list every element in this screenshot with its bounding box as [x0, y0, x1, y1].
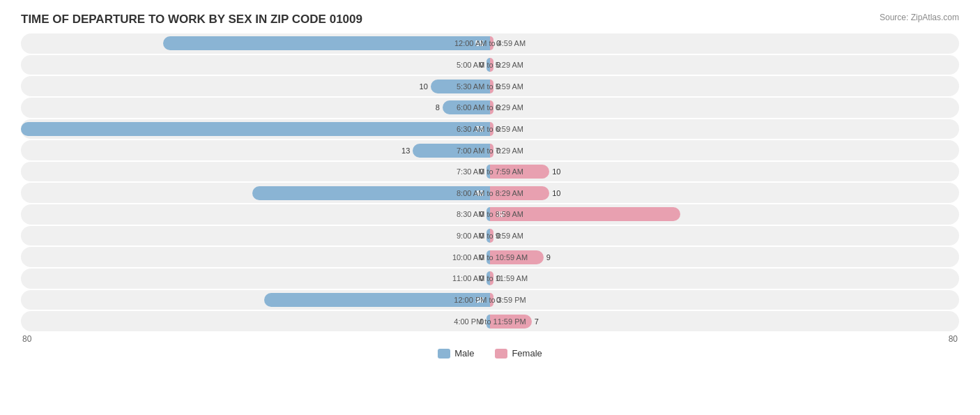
male-value-inside: 40 [475, 189, 487, 197]
male-bar [443, 100, 490, 114]
female-bar [490, 80, 493, 93]
female-bar [490, 122, 493, 136]
female-value-label: 0 [496, 232, 500, 240]
legend-female-box [495, 349, 507, 359]
female-value-label: 0 [496, 125, 500, 133]
female-section: 0 [490, 55, 959, 75]
female-bar [490, 293, 493, 307]
female-section: 10 [490, 162, 959, 182]
female-bar [490, 100, 493, 114]
male-bar [431, 80, 490, 93]
bar-row: 408:00 AM to 8:29 AM10 [21, 183, 959, 203]
female-value-label: 0 [496, 274, 500, 282]
male-bar [413, 144, 490, 158]
male-section: 0 [21, 247, 490, 267]
male-section: 0 [21, 311, 490, 331]
female-value-label: 0 [496, 146, 500, 155]
male-value-label: 0 [480, 274, 484, 282]
male-section: 13 [21, 140, 490, 160]
legend: Male Female [21, 348, 959, 359]
female-value-label: 10 [552, 167, 560, 176]
female-bar [490, 186, 549, 200]
female-section: 0 [490, 98, 959, 118]
male-section: 0 [21, 204, 490, 225]
female-bar: 32 [490, 207, 680, 221]
bar-row: 5512:00 AM to 4:59 AM0 [21, 33, 959, 54]
female-bar [490, 144, 493, 158]
female-section: 0 [490, 119, 959, 139]
female-value-label: 7 [535, 317, 539, 326]
legend-male-box [438, 349, 450, 359]
male-value-label: 0 [480, 232, 484, 240]
bar-row: 105:30 AM to 5:59 AM0 [21, 76, 959, 96]
male-section: 79 [21, 119, 490, 139]
female-section: 0 [490, 290, 959, 310]
female-value-label: 9 [546, 253, 551, 262]
female-section: 32 [490, 204, 959, 225]
male-section: 55 [21, 33, 490, 54]
chart-area: 5512:00 AM to 4:59 AM005:00 AM to 5:29 A… [21, 33, 959, 359]
bar-row: 011:00 AM to 11:59 AM0 [21, 269, 959, 289]
bar-row: 137:00 AM to 7:29 AM0 [21, 140, 959, 160]
bar-row: 3812:00 PM to 3:59 PM0 [21, 290, 959, 310]
female-bar [490, 229, 493, 243]
male-value-label: 13 [401, 146, 410, 155]
female-value-label: 10 [552, 189, 560, 197]
female-section: 0 [490, 76, 959, 96]
male-section: 0 [21, 226, 490, 246]
female-bar [490, 250, 544, 264]
chart-title: TIME OF DEPARTURE TO WORK BY SEX IN ZIP … [21, 13, 959, 27]
male-value-label: 8 [436, 103, 440, 112]
chart-container: TIME OF DEPARTURE TO WORK BY SEX IN ZIP … [0, 0, 980, 415]
male-value-inside: 79 [475, 125, 487, 133]
female-bar [490, 271, 493, 285]
female-section: 0 [490, 140, 959, 160]
male-value-label: 10 [420, 82, 428, 91]
male-value-label: 0 [480, 253, 484, 262]
male-section: 0 [21, 269, 490, 289]
bar-row: 010:00 AM to 10:59 AM9 [21, 247, 959, 267]
male-section: 38 [21, 290, 490, 310]
bar-row: 09:00 AM to 9:59 AM0 [21, 226, 959, 246]
male-value-inside: 38 [475, 296, 487, 304]
bar-row: 08:30 AM to 8:59 AM32 [21, 204, 959, 225]
bar-row: 07:30 AM to 7:59 AM10 [21, 162, 959, 182]
bar-row: 04:00 PM to 11:59 PM7 [21, 311, 959, 331]
legend-male-label: Male [454, 348, 474, 359]
male-section: 8 [21, 98, 490, 118]
male-bar: 55 [163, 36, 490, 50]
female-section: 9 [490, 247, 959, 267]
female-bar [490, 36, 493, 50]
male-bar: 40 [252, 186, 490, 200]
male-section: 10 [21, 76, 490, 96]
rows-container: 5512:00 AM to 4:59 AM005:00 AM to 5:29 A… [21, 33, 959, 331]
axis-labels: 80 80 [21, 334, 959, 344]
female-bar [490, 315, 532, 329]
male-value-inside: 55 [475, 39, 487, 47]
female-bar [490, 58, 493, 72]
female-value-label: 0 [496, 103, 500, 112]
male-value-label: 0 [480, 61, 484, 69]
female-value-label: 0 [496, 39, 500, 47]
female-value-label: 0 [496, 82, 500, 91]
female-section: 0 [490, 269, 959, 289]
legend-female-label: Female [512, 348, 542, 359]
male-value-label: 0 [480, 317, 484, 326]
axis-right: 80 [949, 334, 958, 344]
male-section: 0 [21, 55, 490, 75]
axis-left: 80 [22, 334, 31, 344]
female-section: 0 [490, 33, 959, 54]
female-section: 10 [490, 183, 959, 203]
female-section: 7 [490, 311, 959, 331]
male-value-label: 0 [480, 210, 484, 218]
bar-row: 86:00 AM to 6:29 AM0 [21, 98, 959, 118]
female-value-label: 0 [496, 61, 500, 69]
male-section: 40 [21, 183, 490, 203]
bar-row: 05:00 AM to 5:29 AM0 [21, 55, 959, 75]
bar-row: 796:30 AM to 6:59 AM0 [21, 119, 959, 139]
legend-female: Female [495, 348, 542, 359]
female-section: 0 [490, 226, 959, 246]
female-bar [490, 165, 549, 179]
legend-male: Male [438, 348, 474, 359]
female-value-inside: 32 [493, 210, 505, 218]
